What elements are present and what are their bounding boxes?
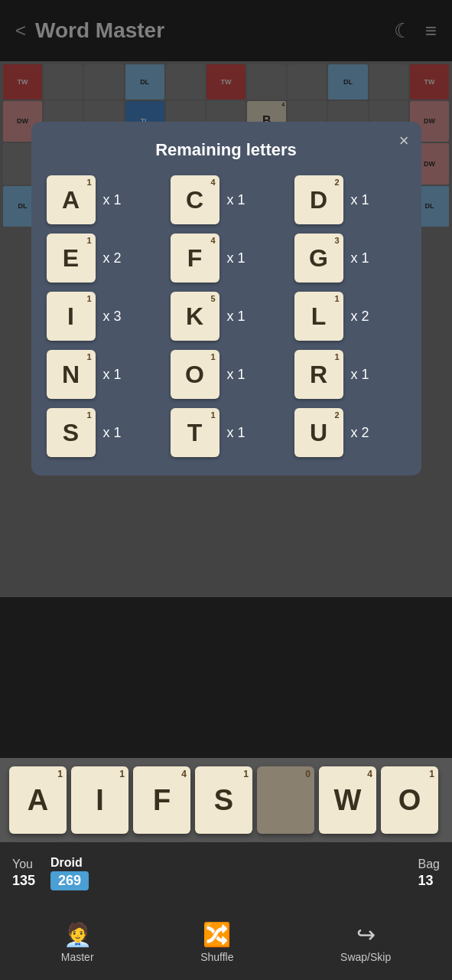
you-score-item: You 135 [12,858,35,889]
shuffle-label: Shuffle [200,951,233,963]
letter-count: x 1 [351,250,369,266]
letter-superscript: 4 [210,236,215,245]
tile-letter: W [334,784,362,817]
letter-item: 2 U x 2 [294,408,406,457]
tile-score: 1 [243,769,249,779]
letter-count: x 1 [227,425,246,441]
letter-count: x 1 [227,367,246,383]
letter-count: x 3 [103,309,122,325]
master-button[interactable]: 🧑‍💼 Master [61,921,94,963]
modal-title: Remaining letters [47,140,406,160]
letter-item: 4 C x 1 [171,175,282,224]
droid-score-item: Droid 269 [50,856,89,890]
letter-superscript: 1 [334,294,339,303]
letter-tile: 1 O [171,350,219,399]
tile-letter: I [96,784,104,817]
tile-letter: F [153,784,171,817]
letter-tile: 1 L [294,292,343,341]
hand-tile[interactable]: 1 O [381,766,438,834]
hand-tile[interactable]: 4 W [319,766,376,834]
you-label: You [12,858,35,871]
letter-superscript: 1 [86,178,91,187]
letter-tile: 2 U [294,408,343,457]
modal-close-button[interactable]: × [399,131,409,151]
letter-tile: 3 G [294,234,343,283]
letter-item: 1 T x 1 [171,408,282,457]
letter-tile: 5 K [171,292,219,341]
letter-superscript: 2 [334,410,339,420]
letter-tile: 1 A [47,175,96,224]
hand-tile[interactable]: 4 F [133,766,190,834]
master-label: Master [61,951,94,963]
letter-superscript: 1 [210,352,215,361]
letters-grid: 1 A x 1 4 C x 1 2 D x 1 1 E x 2 4 [47,175,406,457]
letter-count: x 1 [227,250,246,266]
master-icon: 🧑‍💼 [63,921,92,948]
letter-superscript: 1 [86,294,91,303]
letter-tile: 1 E [47,234,96,283]
letter-superscript: 1 [86,352,91,361]
hand-tile[interactable]: 1 A [9,766,67,834]
tile-score: 0 [305,769,311,779]
letter-superscript: 4 [210,178,215,187]
shuffle-button[interactable]: 🔀 Shuffle [200,921,233,963]
remaining-letters-modal: × Remaining letters 1 A x 1 4 C x 1 2 D … [31,122,421,475]
letter-tile: 1 T [171,408,219,457]
letter-item: 1 O x 1 [171,350,282,399]
letter-item: 1 R x 1 [294,350,406,399]
you-score: 135 [12,873,35,889]
letter-count: x 1 [351,192,369,208]
hand-area: 1 A 1 I 4 F 1 S 0 4 W 1 O [0,758,452,842]
letter-superscript: 3 [334,236,339,245]
letter-count: x 1 [227,309,246,325]
letter-item: 1 S x 1 [47,408,158,457]
letter-superscript: 1 [86,236,91,245]
swap-skip-button[interactable]: ↪ Swap/Skip [340,921,391,963]
letter-superscript: 2 [334,178,339,187]
letter-superscript: 1 [210,410,215,420]
hand-tile[interactable]: 0 [257,766,314,834]
bag-score-item: Bag 13 [418,858,440,889]
letter-item: 1 N x 1 [47,350,158,399]
letter-superscript: 5 [210,294,215,303]
hand-tile[interactable]: 1 S [195,766,252,834]
letter-item: 1 A x 1 [47,175,158,224]
modal-overlay: × Remaining letters 1 A x 1 4 C x 1 2 D … [0,0,452,597]
letter-count: x 1 [103,425,122,441]
bag-count: 13 [418,873,440,889]
swap-skip-icon: ↪ [356,921,376,948]
letter-item: 4 F x 1 [171,234,282,283]
letter-item: 1 I x 3 [47,292,158,341]
tile-score: 1 [119,769,125,779]
tile-letter: A [28,784,48,817]
letter-tile: 1 I [47,292,96,341]
tile-letter: O [398,784,421,817]
bottom-toolbar: 🧑‍💼 Master 🔀 Shuffle ↪ Swap/Skip [0,903,452,980]
letter-item: 5 K x 1 [171,292,282,341]
tile-letter: S [214,784,233,817]
letter-item: 1 L x 2 [294,292,406,341]
shuffle-icon: 🔀 [203,921,231,948]
letter-tile: 1 R [294,350,343,399]
tile-score: 4 [367,769,372,779]
tile-score: 4 [181,769,187,779]
letter-count: x 1 [227,192,246,208]
bag-label: Bag [418,858,440,871]
tile-score: 1 [429,769,434,779]
hand-tile[interactable]: 1 I [71,766,128,834]
letter-count: x 2 [103,250,122,266]
letter-tile: 2 D [294,175,343,224]
droid-score: 269 [50,871,89,890]
letter-count: x 1 [103,367,122,383]
swap-skip-label: Swap/Skip [340,951,391,963]
letter-count: x 2 [351,425,369,441]
letter-item: 1 E x 2 [47,234,158,283]
letter-item: 2 D x 1 [294,175,406,224]
score-bar: You 135 Droid 269 Bag 13 [0,842,452,903]
letter-tile: 4 C [171,175,219,224]
letter-count: x 1 [351,367,369,383]
letter-count: x 2 [351,309,369,325]
letter-tile: 1 S [47,408,96,457]
droid-label: Droid [50,856,89,870]
letter-superscript: 1 [334,352,339,361]
